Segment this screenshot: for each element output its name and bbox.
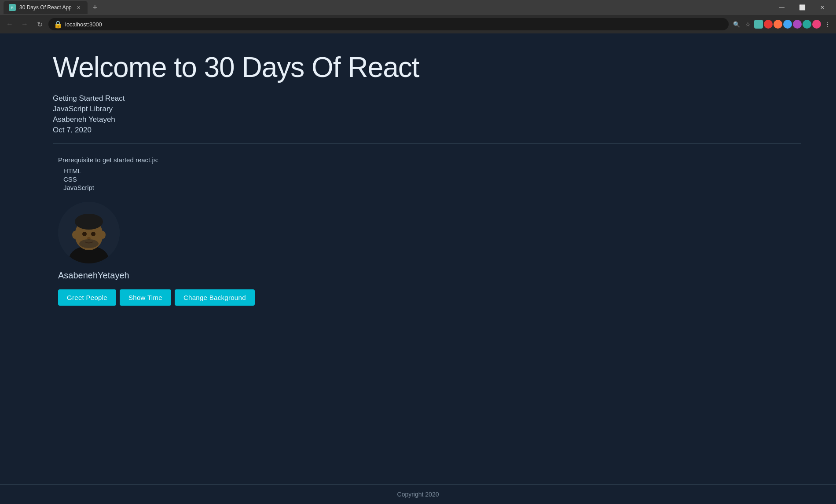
subtitle-section: Getting Started React JavaScript Library… xyxy=(53,94,801,135)
browser-chrome: R 30 Days Of React App × + — ⬜ ✕ ← → ↻ 🔒… xyxy=(0,0,836,33)
page-main: Welcome to 30 Days Of React Getting Star… xyxy=(0,33,836,484)
ext-icon-3[interactable] xyxy=(774,20,782,29)
ext-icon-1[interactable] xyxy=(754,20,763,29)
ext-icon-7[interactable] xyxy=(812,20,821,29)
page-footer: Copyright 2020 xyxy=(0,484,836,504)
author-label: Asabeneh Yetayeh xyxy=(53,115,801,124)
close-button[interactable]: ✕ xyxy=(812,0,832,15)
address-bar[interactable]: 🔒 localhost:3000 xyxy=(48,18,729,30)
ext-icon-2[interactable] xyxy=(764,20,773,29)
svg-text:R: R xyxy=(11,6,14,10)
buttons-row: Greet People Show Time Change Background xyxy=(58,289,801,306)
svg-point-7 xyxy=(82,232,87,236)
toolbar-icons: 🔍 ☆ ⋮ xyxy=(731,19,832,29)
divider xyxy=(53,143,801,144)
browser-titlebar: R 30 Days Of React App × + — ⬜ ✕ xyxy=(0,0,836,15)
prerequisite-css: CSS xyxy=(63,175,801,183)
greet-people-button[interactable]: Greet People xyxy=(58,289,116,306)
maximize-button[interactable]: ⬜ xyxy=(792,0,812,15)
page-content: Welcome to 30 Days Of React Getting Star… xyxy=(0,33,836,504)
tab-close-button[interactable]: × xyxy=(75,4,82,11)
footer-text: Copyright 2020 xyxy=(397,491,439,498)
svg-point-8 xyxy=(91,232,95,236)
avatar xyxy=(58,202,120,263)
minimize-button[interactable]: — xyxy=(772,0,792,15)
ext-icon-5[interactable] xyxy=(793,20,802,29)
prerequisite-js: JavaScript xyxy=(63,184,801,191)
tech-label: JavaScript Library xyxy=(53,105,801,113)
subtitle: Getting Started React xyxy=(53,94,801,103)
prerequisites-list: HTML CSS JavaScript xyxy=(63,167,801,191)
svg-point-10 xyxy=(79,239,99,248)
show-time-button[interactable]: Show Time xyxy=(120,289,171,306)
window-controls: — ⬜ ✕ xyxy=(772,0,832,15)
new-tab-button[interactable]: + xyxy=(89,2,101,13)
prerequisites-label: Prerequisite to get started react.js: xyxy=(58,156,801,164)
ext-icon-6[interactable] xyxy=(803,20,811,29)
browser-addressbar: ← → ↻ 🔒 localhost:3000 🔍 ☆ ⋮ xyxy=(0,15,836,33)
refresh-button[interactable]: ↻ xyxy=(33,18,46,30)
browser-favicon: R xyxy=(9,4,16,11)
page-title: Welcome to 30 Days Of React xyxy=(53,51,801,84)
tab-title: 30 Days Of React App xyxy=(19,4,72,11)
back-button[interactable]: ← xyxy=(4,18,16,30)
ext-icon-4[interactable] xyxy=(783,20,792,29)
menu-button[interactable]: ⋮ xyxy=(822,19,832,29)
date-label: Oct 7, 2020 xyxy=(53,126,801,135)
svg-point-11 xyxy=(72,231,77,239)
forward-button[interactable]: → xyxy=(18,18,31,30)
user-name: AsabenehYetayeh xyxy=(58,270,801,281)
lock-icon: 🔒 xyxy=(54,20,62,29)
svg-point-6 xyxy=(75,214,103,230)
search-icon[interactable]: 🔍 xyxy=(731,19,742,29)
address-text: localhost:3000 xyxy=(65,21,723,28)
star-icon[interactable]: ☆ xyxy=(743,19,753,29)
prerequisite-html: HTML xyxy=(63,167,801,175)
change-background-button[interactable]: Change Background xyxy=(175,289,255,306)
browser-tab[interactable]: R 30 Days Of React App × xyxy=(4,1,88,14)
svg-point-12 xyxy=(100,231,106,239)
